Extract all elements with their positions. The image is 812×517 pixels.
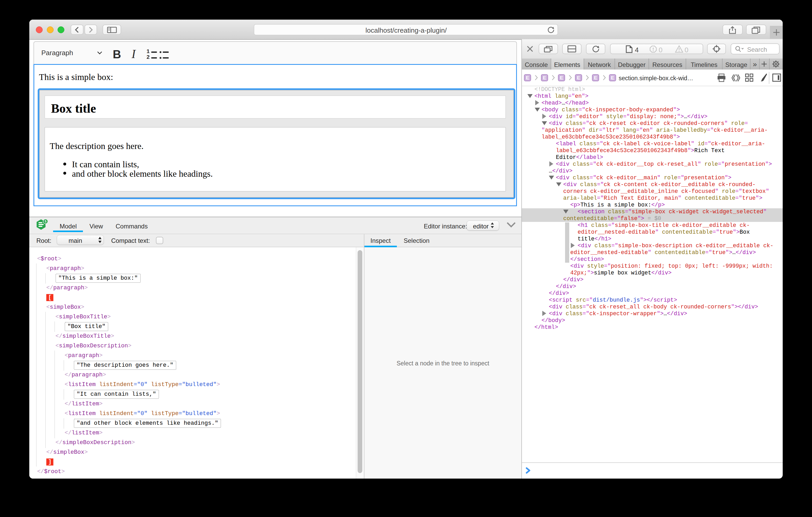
svg-text:5: 5: [45, 219, 47, 223]
